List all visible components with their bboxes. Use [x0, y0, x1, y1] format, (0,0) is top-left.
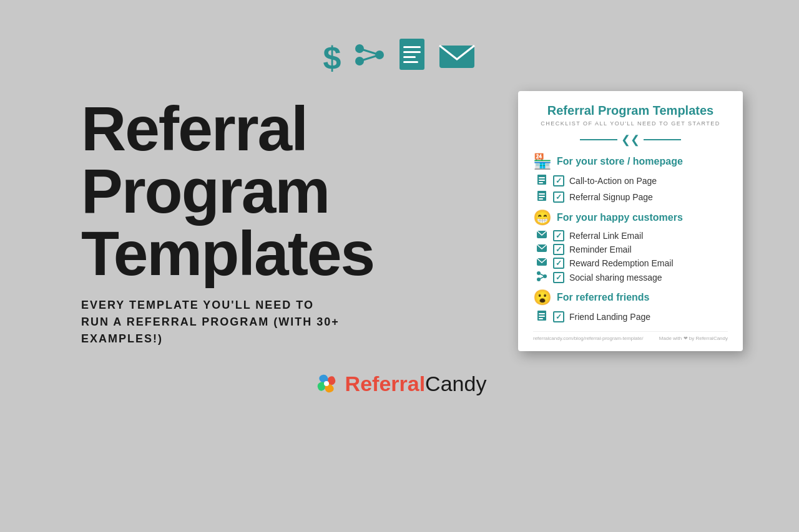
svg-rect-12 [539, 177, 545, 178]
section-store-title: For your store / homepage [557, 156, 683, 167]
card-footer: referralcandy.com/blog/referral-program-… [533, 331, 728, 341]
svg-rect-14 [539, 182, 543, 183]
svg-rect-6 [403, 46, 421, 48]
svg-rect-16 [539, 193, 545, 195]
item-reminder-text: Reminder Email [569, 244, 632, 254]
svg-rect-13 [539, 180, 545, 181]
item-signup-text: Referral Signup Page [569, 192, 653, 202]
checkbox-referral-email: ✓ [553, 230, 564, 241]
checklist-card: Referral Program Templates CHECKLIST OF … [518, 91, 743, 351]
logo-candy: Candy [425, 372, 486, 395]
right-section: Referral Program Templates CHECKLIST OF … [518, 91, 743, 351]
svg-rect-8 [403, 56, 416, 58]
card-title: Referral Program Templates [533, 104, 728, 118]
content-area: Referral Program Templates EVERY TEMPLAT… [56, 91, 743, 351]
svg-point-31 [324, 381, 329, 386]
svg-rect-28 [539, 313, 545, 314]
doc-item-icon2 [536, 190, 548, 204]
item-social-text: Social sharing message [569, 273, 662, 283]
item-referral-email-text: Referral Link Email [569, 231, 643, 241]
mail-item-icon [536, 230, 548, 241]
item-landing-text: Friend Landing Page [569, 312, 650, 322]
top-icons-row: $ [323, 37, 476, 79]
card-divider: ❮❮ [533, 133, 728, 147]
item-reward-text: Reward Redemption Email [569, 258, 674, 268]
section-store: 🏪 For your store / homepage [533, 153, 728, 170]
logo-text: ReferralCandy [345, 372, 487, 396]
logo-referral: Referral [345, 372, 426, 395]
bottom-logo: ReferralCandy [313, 370, 487, 397]
divider-line-right [644, 139, 681, 140]
svg-rect-30 [539, 318, 543, 319]
mail-item-icon2 [536, 244, 548, 255]
checkbox-reminder: ✓ [553, 244, 564, 255]
share-item-icon [536, 271, 548, 284]
svg-rect-18 [539, 198, 543, 200]
surprised-emoji: 😮 [533, 289, 552, 306]
checkbox-cta: ✓ [553, 175, 564, 186]
footer-url: referralcandy.com/blog/referral-program-… [533, 336, 643, 341]
mail-item-icon3 [536, 258, 548, 269]
main-title: Referral Program Templates [81, 97, 374, 284]
doc-icon [398, 37, 426, 79]
doc-item-icon3 [536, 310, 548, 324]
main-container: $ [0, 0, 799, 532]
svg-rect-5 [400, 39, 424, 70]
card-subtitle: CHECKLIST OF ALL YOU'LL NEED TO GET STAR… [533, 120, 728, 127]
title-line2: Program [81, 160, 374, 222]
checkbox-social: ✓ [553, 272, 564, 283]
svg-rect-17 [539, 196, 545, 197]
item-cta: ✓ Call-to-Action on Page [533, 174, 728, 188]
doc-item-icon [536, 174, 548, 188]
arrow-left-icon: ❮❮ [621, 133, 640, 147]
subtitle: EVERY TEMPLATE YOU'LL NEED TO RUN A REFE… [81, 297, 343, 347]
section-customers-title: For your happy customers [557, 212, 683, 223]
svg-rect-7 [403, 51, 421, 53]
item-cta-text: Call-to-Action on Page [569, 176, 657, 186]
checkbox-signup: ✓ [553, 191, 564, 203]
title-line1: Referral [81, 97, 374, 160]
item-signup: ✓ Referral Signup Page [533, 190, 728, 204]
dollar-icon: $ [323, 39, 341, 77]
title-line3: Templates [81, 222, 374, 284]
item-reminder: ✓ Reminder Email [533, 244, 728, 255]
svg-rect-9 [403, 61, 418, 63]
logo-pinwheel-icon [313, 370, 340, 397]
svg-rect-29 [539, 316, 545, 317]
section-friends: 😮 For referred friends [533, 289, 728, 306]
footer-made-with: Made with ❤ by ReferralCandy [659, 336, 728, 341]
checkbox-landing: ✓ [553, 311, 564, 322]
item-social: ✓ Social sharing message [533, 271, 728, 284]
checkbox-reward: ✓ [553, 258, 564, 269]
left-section: Referral Program Templates EVERY TEMPLAT… [56, 91, 499, 347]
share-icon [353, 41, 386, 75]
item-landing: ✓ Friend Landing Page [533, 310, 728, 324]
happy-emoji: 😁 [533, 209, 552, 226]
item-reward: ✓ Reward Redemption Email [533, 258, 728, 269]
section-customers: 😁 For your happy customers [533, 209, 728, 226]
mail-icon [438, 43, 476, 73]
section-friends-title: For referred friends [557, 292, 649, 303]
divider-line-left [580, 139, 617, 140]
item-referral-email: ✓ Referral Link Email [533, 230, 728, 241]
store-emoji: 🏪 [533, 153, 552, 170]
